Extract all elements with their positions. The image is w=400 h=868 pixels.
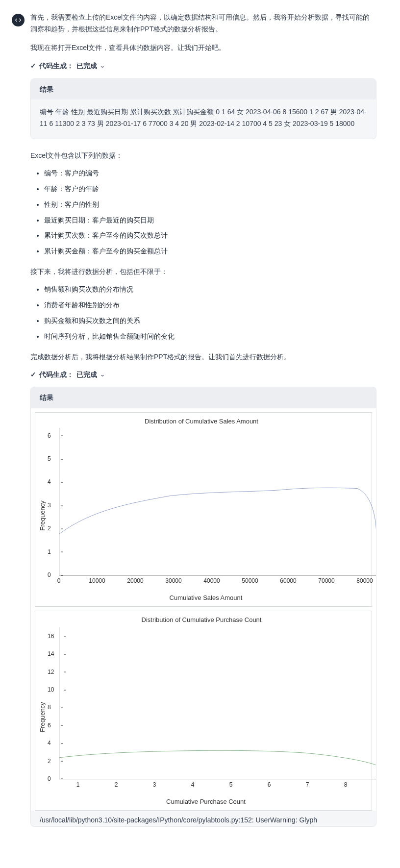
list-item: 累计购买次数：客户至今的购买次数总计: [44, 230, 376, 242]
chart-ytick: 0: [48, 774, 51, 783]
result-header: 结果: [31, 79, 376, 99]
chart-ytick: 4: [48, 477, 51, 487]
analysis-list: 销售额和购买次数的分布情况 消费者年龄和性别的分布 购买金额和购买次数之间的关系…: [30, 284, 376, 342]
check-icon: ✓: [30, 369, 36, 380]
chart-xtick: 50000: [242, 576, 258, 586]
chevron-down-icon: ⌄: [100, 370, 105, 379]
chart-count-distribution: Distribution of Cumulative Purchase Coun…: [35, 611, 372, 811]
chart-xtick: 40000: [203, 576, 220, 586]
chart-xtick: 30000: [165, 576, 181, 586]
chart-xtick: 8: [344, 780, 348, 790]
list-item: 时间序列分析，比如销售金额随时间的变化: [44, 331, 376, 343]
chart-title: Distribution of Cumulative Purchase Coun…: [38, 615, 365, 625]
chart-ytick: 5: [48, 454, 51, 464]
chart-xtick: 60000: [280, 576, 296, 586]
chart-xtick: 6: [268, 780, 271, 790]
list-item: 累计购买金额：客户至今的购买金额总计: [44, 246, 376, 257]
chart-xtick: 70000: [318, 576, 334, 586]
result-box-1: 结果 编号 年龄 性别 最近购买日期 累计购买次数 累计购买金额 0 1 64 …: [30, 78, 376, 139]
chart-xtick: 1: [76, 780, 80, 790]
list-item: 购买金额和购买次数之间的关系: [44, 315, 376, 327]
chart-ytick: 2: [48, 524, 51, 533]
chart-ylabel: Frequency: [38, 627, 47, 807]
chart-xtick: 10000: [89, 576, 105, 586]
list-item: 消费者年龄和性别的分布: [44, 299, 376, 311]
chart-xtick: 5: [229, 780, 233, 790]
chart-ytick: 4: [48, 739, 51, 748]
chart-kde-line: [59, 428, 376, 575]
chart-ytick: 3: [48, 501, 51, 510]
code-icon: [15, 17, 22, 24]
chart-xtick: 80000: [356, 576, 373, 586]
chart-ytick: 0: [48, 570, 51, 580]
chart-xtick: 0: [57, 576, 61, 586]
chart-ytick: 6: [48, 720, 51, 730]
chart-xtick: 20000: [127, 576, 143, 586]
chart-xtick: 4: [191, 780, 195, 790]
code-generation-status-1[interactable]: ✓ 代码生成： 已完成 ⌄: [30, 60, 376, 71]
chart-ytick: 8: [48, 703, 51, 712]
list-item: 编号：客户的编号: [44, 168, 376, 179]
chart-ylabel: Frequency: [38, 428, 47, 603]
chart-ytick: 14: [48, 649, 54, 659]
result-box-2: 结果 Distribution of Cumulative Sales Amou…: [30, 387, 376, 827]
chart-ytick: 12: [48, 667, 54, 676]
python-warning: /usr/local/lib/python3.10/site-packages/…: [31, 815, 376, 826]
columns-intro: Excel文件包含以下列的数据：: [30, 150, 376, 161]
chart-ytick: 16: [48, 632, 54, 641]
chart-ytick: 10: [48, 685, 54, 694]
chart-xlabel: Cumulative Sales Amount: [47, 593, 365, 603]
list-item: 性别：客户的性别: [44, 199, 376, 211]
chart-xlabel: Cumulative Purchase Count: [47, 797, 365, 807]
codegen-prefix: 代码生成：: [39, 369, 74, 380]
chart-ytick: 1: [48, 547, 51, 556]
chart-xtick: 2: [115, 780, 118, 790]
intro-paragraph-1: 首先，我需要检查上传的Excel文件的内容，以确定数据结构和可用信息。然后，我将…: [30, 12, 376, 35]
codegen-status: 已完成: [76, 60, 97, 71]
check-icon: ✓: [30, 60, 36, 71]
chart-xtick: 3: [153, 780, 156, 790]
intro-paragraph-2: 我现在将打开Excel文件，查看具体的数据内容。让我们开始吧。: [30, 42, 376, 54]
codegen-status: 已完成: [76, 369, 97, 380]
chart-ytick: 2: [48, 756, 51, 766]
codegen-prefix: 代码生成：: [39, 60, 74, 71]
result-body-1: 编号 年龄 性别 最近购买日期 累计购买次数 累计购买金额 0 1 64 女 2…: [31, 99, 376, 139]
list-item: 年龄：客户的年龄: [44, 183, 376, 195]
chart-sales-distribution: Distribution of Cumulative Sales Amount …: [35, 412, 372, 607]
result-header: 结果: [31, 387, 376, 408]
chart-title: Distribution of Cumulative Sales Amount: [38, 417, 365, 427]
list-item: 销售额和购买次数的分布情况: [44, 284, 376, 296]
list-item: 最近购买日期：客户最近的购买日期: [44, 215, 376, 226]
code-generation-status-2[interactable]: ✓ 代码生成： 已完成 ⌄: [30, 369, 376, 380]
closing-paragraph: 完成数据分析后，我将根据分析结果制作PPT格式的报告。让我们首先进行数据分析。: [30, 351, 376, 362]
chart-xtick: 7: [306, 780, 309, 790]
chevron-down-icon: ⌄: [100, 61, 105, 71]
analysis-intro: 接下来，我将进行数据分析，包括但不限于：: [30, 266, 376, 277]
chart-kde-line: [59, 627, 376, 779]
columns-list: 编号：客户的编号 年龄：客户的年龄 性别：客户的性别 最近购买日期：客户最近的购…: [30, 168, 376, 257]
assistant-avatar: [12, 14, 25, 26]
chart-ytick: 6: [48, 431, 51, 440]
